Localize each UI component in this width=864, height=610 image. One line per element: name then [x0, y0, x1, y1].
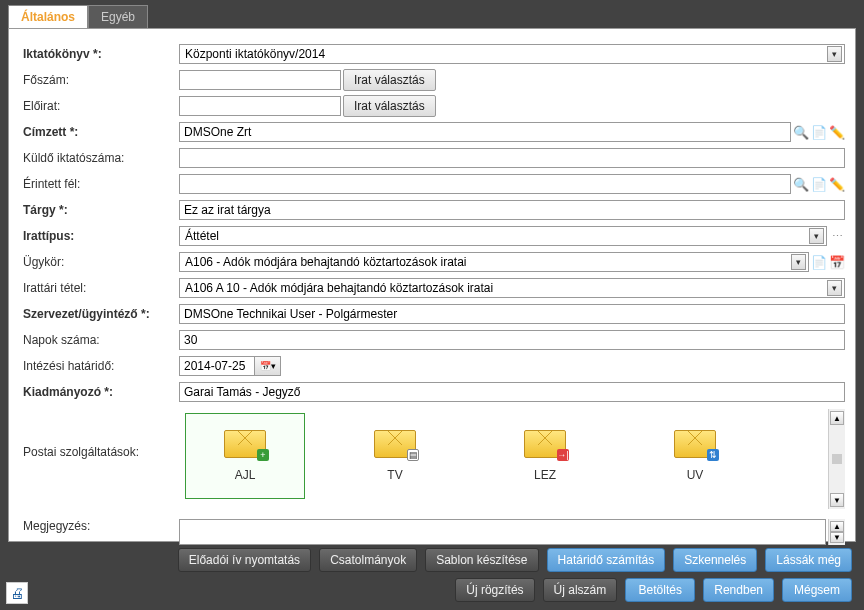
postal-item-uv[interactable]: ⇅ UV [635, 413, 755, 499]
button-hatarido[interactable]: Határidő számítás [547, 548, 666, 572]
label-irattipus: Irattípus: [19, 229, 179, 243]
select-irattipus-value: Áttétel [185, 229, 219, 243]
label-intezesi: Intézési határidő: [19, 359, 179, 373]
search-icon[interactable] [793, 176, 809, 192]
scroll-down-icon[interactable]: ▼ [830, 493, 844, 507]
input-szervezet[interactable] [179, 304, 845, 324]
input-targy[interactable] [179, 200, 845, 220]
label-postai: Postai szolgáltatások: [19, 409, 179, 459]
scanner-icon[interactable] [6, 582, 28, 604]
scroll-thumb[interactable] [832, 454, 842, 464]
label-targy: Tárgy *: [19, 203, 179, 217]
footer-toolbar: Előadói ív nyomtatás Csatolmányok Sablon… [0, 542, 864, 610]
scrollbar-vertical[interactable]: ▲ ▼ [828, 409, 845, 509]
select-irattipus[interactable]: Áttétel ▾ [179, 226, 827, 246]
form-panel: Iktatókönyv *: Központi iktatókönyv/2014… [8, 28, 856, 542]
select-iktatokonyv[interactable]: Központi iktatókönyv/2014 ▾ [179, 44, 845, 64]
envelope-icon: + [224, 430, 266, 458]
select-ugykor[interactable]: A106 - Adók módjára behajtandó köztartoz… [179, 252, 809, 272]
button-uj-alszam[interactable]: Új alszám [543, 578, 618, 602]
input-kiadmanyozo[interactable] [179, 382, 845, 402]
more-icon[interactable] [829, 228, 845, 244]
label-kiadmanyozo: Kiadmányozó *: [19, 385, 179, 399]
tab-bar: Általános Egyéb [0, 0, 864, 28]
postal-label: UV [687, 468, 704, 482]
button-sablon[interactable]: Sablon készítése [425, 548, 538, 572]
button-eloadoi[interactable]: Előadói ív nyomtatás [178, 548, 311, 572]
select-ugykor-value: A106 - Adók módjára behajtandó köztartoz… [185, 255, 467, 269]
dialog-window: Általános Egyéb Iktatókönyv *: Központi … [0, 0, 864, 610]
input-napok[interactable] [179, 330, 845, 350]
tab-general[interactable]: Általános [8, 5, 88, 28]
input-erintett[interactable] [179, 174, 791, 194]
calendar-icon[interactable] [829, 254, 845, 270]
postal-item-lez[interactable]: →| LEZ [485, 413, 605, 499]
page-icon[interactable] [811, 254, 827, 270]
label-foszam: Főszám: [19, 73, 179, 87]
select-irattari-value: A106 A 10 - Adók módjára behajtandó közt… [185, 281, 493, 295]
button-megsem[interactable]: Mégsem [782, 578, 852, 602]
input-kuldo[interactable] [179, 148, 845, 168]
input-cimzett[interactable] [179, 122, 791, 142]
edit-icon[interactable] [829, 176, 845, 192]
button-uj-rogzites[interactable]: Új rögzítés [455, 578, 534, 602]
button-betoltes[interactable]: Betöltés [625, 578, 695, 602]
input-foszam[interactable] [179, 70, 341, 90]
page-icon[interactable] [811, 176, 827, 192]
postal-label: LEZ [534, 468, 556, 482]
input-intezesi[interactable] [180, 357, 254, 375]
label-szervezet: Szervezet/ügyintéző *: [19, 307, 179, 321]
chevron-down-icon[interactable]: ▾ [827, 280, 842, 296]
envelope-icon: ▤ [374, 430, 416, 458]
label-megjegyzes: Megjegyzés: [19, 519, 179, 533]
button-foszam-irat-valasztas[interactable]: Irat választás [343, 69, 436, 91]
input-eloirat[interactable] [179, 96, 341, 116]
calendar-dropdown-icon[interactable]: 📅▾ [254, 357, 280, 375]
button-eloirat-irat-valasztas[interactable]: Irat választás [343, 95, 436, 117]
postal-services-list: + AJL ▤ TV →| LEZ ⇅ UV [179, 409, 828, 503]
postal-item-ajl[interactable]: + AJL [185, 413, 305, 499]
scroll-up-icon[interactable]: ▲ [830, 411, 844, 425]
button-szkenneles[interactable]: Szkennelés [673, 548, 757, 572]
select-iktatokonyv-value: Központi iktatókönyv/2014 [185, 47, 325, 61]
label-kuldo: Küldő iktatószáma: [19, 151, 179, 165]
postal-item-tv[interactable]: ▤ TV [335, 413, 455, 499]
scroll-up-icon[interactable]: ▲ [830, 521, 844, 532]
button-rendben[interactable]: Rendben [703, 578, 774, 602]
label-eloirat: Előirat: [19, 99, 179, 113]
chevron-down-icon[interactable]: ▾ [827, 46, 842, 62]
label-napok: Napok száma: [19, 333, 179, 347]
select-irattari[interactable]: A106 A 10 - Adók módjára behajtandó közt… [179, 278, 845, 298]
postal-label: TV [387, 468, 402, 482]
edit-icon[interactable] [829, 124, 845, 140]
label-irattari: Irattári tétel: [19, 281, 179, 295]
tab-other[interactable]: Egyéb [88, 5, 148, 28]
label-iktatokonyv: Iktatókönyv *: [19, 47, 179, 61]
postal-label: AJL [235, 468, 256, 482]
button-csatolmanyok[interactable]: Csatolmányok [319, 548, 417, 572]
label-ugykor: Ügykör: [19, 255, 179, 269]
page-icon[interactable] [811, 124, 827, 140]
search-icon[interactable] [793, 124, 809, 140]
label-cimzett: Címzett *: [19, 125, 179, 139]
label-erintett: Érintett fél: [19, 177, 179, 191]
button-lassak[interactable]: Lássák még [765, 548, 852, 572]
date-picker-intezesi[interactable]: 📅▾ [179, 356, 281, 376]
envelope-icon: →| [524, 430, 566, 458]
envelope-icon: ⇅ [674, 430, 716, 458]
chevron-down-icon[interactable]: ▾ [791, 254, 806, 270]
chevron-down-icon[interactable]: ▾ [809, 228, 824, 244]
